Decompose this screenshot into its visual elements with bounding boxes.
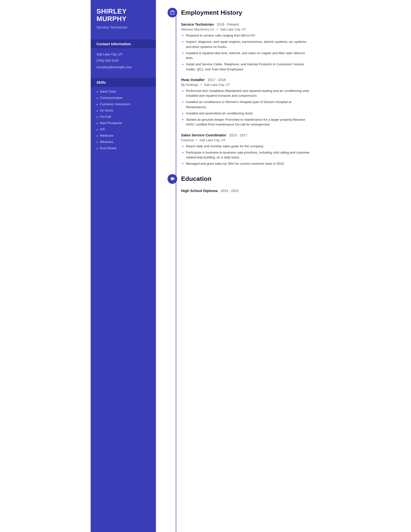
job-dates: 2018 - Present [217,22,239,26]
skill-label: Hand Tools [100,90,116,93]
skill-item: •Medicare [96,134,150,138]
job-bullet: Reach daily and monthly sales goals for … [186,144,312,149]
job-bullet: Installed and assembled air conditioning… [186,111,312,116]
skills-list: •Hand Tools•Communication•Customer Inter… [91,87,156,154]
skill-bullet: • [96,96,98,101]
skills-section-label: Skills [91,78,156,87]
skill-item: •Duct Board [96,146,150,151]
skill-item: •On-Call [96,115,150,119]
skill-item: •Hand Tools [96,90,150,94]
education-list: High School Diploma 2015 - 2015 [168,189,312,193]
main-content: Employment History Service Technician 20… [156,0,320,532]
graduation-icon [168,174,177,184]
skill-item: •A/C [96,127,150,132]
dot-separator: • [200,83,202,86]
job-bullet: Respond to service calls ranging from MA… [186,33,312,38]
skill-bullet: • [96,90,98,94]
job-title: Service Technician [181,22,214,26]
candidate-name: SHIRLEY MURPHY [96,8,150,23]
contact-location: Salt Lake City, UT [96,52,150,57]
skill-bullet: • [96,121,98,126]
education-section: Education High School Diploma 2015 - 201… [168,174,312,193]
skill-bullet: • [96,115,98,119]
sidebar-header: SHIRLEY MURPHY Service Technician [91,0,156,35]
job-bullet: Started as grounds keeper Promoted to ma… [186,117,312,127]
job-bullet: Performed duct installation Maintained a… [186,88,312,98]
dot-separator: • [217,28,218,31]
job-bullet: Installed air conditioners in Women's Ho… [186,100,312,110]
skill-item: •New Prospects [96,121,150,126]
job-bullets: Performed duct installation Maintained a… [181,88,312,127]
job-header: Service Technician 2018 - Present [181,22,312,27]
education-title: Education [181,175,212,183]
skill-label: Communication [100,96,122,100]
skill-label: On-Call [100,115,111,118]
contact-info: Salt Lake City, UT (750) 555-3135 smurph… [91,48,156,74]
edu-dates: 2015 - 2015 [221,189,239,193]
employment-title: Employment History [181,9,242,17]
contact-phone: (750) 555-3135 [96,58,150,63]
sidebar: SHIRLEY MURPHY Service Technician Contac… [91,0,156,532]
job-header: Hvac Installer 2017 - 2018 [181,78,312,82]
job-entry: Hvac Installer 2017 - 2018 Mj Holdings •… [181,78,312,127]
contact-email: smurphy@example.com [96,65,150,70]
job-entry: Sales Service Coordinator 2015 - 2017 Fa… [181,133,312,166]
job-bullet: Managed and grew sales by 28% for curren… [186,161,312,166]
skill-item: •Air Ducts [96,109,150,113]
job-title: Hvac Installer [181,78,205,82]
education-header: Education [168,174,312,184]
edu-entry: High School Diploma 2015 - 2015 [181,189,312,193]
job-bullet: Participate in business-to-business sale… [186,150,312,160]
job-bullets: Respond to service calls ranging from MA… [181,33,312,72]
job-dates: 2015 - 2017 [229,133,247,137]
job-company: Fastenal • Salt Lake City, UT [181,138,312,142]
job-bullet: Inspect, diagnose, and repair engines, t… [186,39,312,49]
employment-section: Employment History Service Technician 20… [168,8,312,166]
jobs-list: Service Technician 2018 - Present Wheele… [168,22,312,166]
skill-bullet: • [96,140,98,145]
skill-bullet: • [96,134,98,138]
dot-separator: • [196,138,197,142]
contact-section-label: Contact Information [91,39,156,48]
skill-bullet: • [96,103,98,107]
skill-label: New Prospects [100,121,122,125]
job-entry: Service Technician 2018 - Present Wheele… [181,22,312,72]
skill-label: Customer Interaction [100,102,130,106]
job-title: Sales Service Coordinator [181,133,226,137]
job-header: Sales Service Coordinator 2015 - 2017 [181,133,312,137]
briefcase-icon [168,8,177,17]
job-bullet: Install and Service Cable, Telephone, an… [186,62,312,72]
skill-label: Air Ducts [100,109,113,112]
skill-label: Medicare [100,134,113,137]
job-company: Wheeler Machinery Co • Salt Lake City, U… [181,28,312,31]
skill-label: A/C [100,127,105,131]
job-dates: 2017 - 2018 [208,78,226,82]
candidate-title: Service Technician [96,25,150,29]
job-company: Mj Holdings • Salt Lake City, UT [181,83,312,86]
skill-item: •Customer Interaction [96,102,150,107]
skill-label: Duct Board [100,146,116,150]
skill-item: •Communication [96,96,150,101]
skill-bullet: • [96,128,98,132]
skill-label: Windows [100,140,113,144]
skill-bullet: • [96,109,98,113]
edu-degree: High School Diploma [181,189,218,193]
job-bullet: Installed & repaired dial tone, internet… [186,51,312,61]
skill-item: •Windows [96,140,150,145]
skill-bullet: • [96,147,98,151]
employment-header: Employment History [168,8,312,17]
job-bullets: Reach daily and monthly sales goals for … [181,144,312,166]
